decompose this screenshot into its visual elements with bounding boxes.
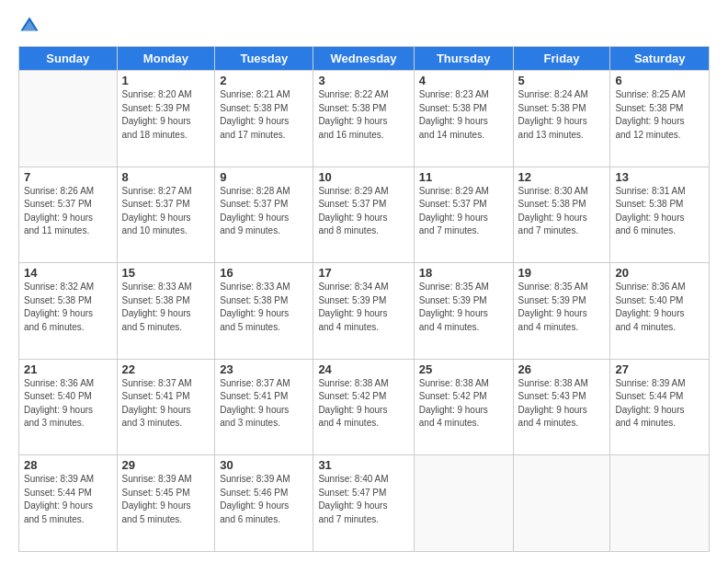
day-number: 1 <box>122 74 210 87</box>
day-info: Sunrise: 8:35 AMSunset: 5:39 PMDaylight:… <box>419 281 508 334</box>
day-info: Sunrise: 8:39 AMSunset: 5:45 PMDaylight:… <box>122 473 210 526</box>
day-number: 18 <box>419 266 508 280</box>
header <box>18 15 710 37</box>
calendar-header-friday: Friday <box>513 47 610 71</box>
day-info: Sunrise: 8:38 AMSunset: 5:42 PMDaylight:… <box>419 377 508 431</box>
day-number: 24 <box>318 362 408 376</box>
calendar-header-monday: Monday <box>117 47 215 71</box>
calendar-cell <box>610 455 710 552</box>
calendar-cell <box>414 455 513 552</box>
calendar-cell <box>513 455 610 552</box>
day-number: 29 <box>122 458 210 472</box>
day-number: 21 <box>24 362 112 376</box>
day-number: 3 <box>318 74 408 87</box>
calendar-cell: 4Sunrise: 8:23 AMSunset: 5:38 PMDaylight… <box>414 71 513 167</box>
day-info: Sunrise: 8:22 AMSunset: 5:38 PMDaylight:… <box>318 88 408 142</box>
calendar-cell: 10Sunrise: 8:29 AMSunset: 5:37 PMDayligh… <box>313 167 414 263</box>
calendar-cell: 24Sunrise: 8:38 AMSunset: 5:42 PMDayligh… <box>313 359 414 455</box>
day-info: Sunrise: 8:28 AMSunset: 5:37 PMDaylight:… <box>220 185 308 238</box>
day-number: 13 <box>615 170 704 184</box>
calendar-cell: 11Sunrise: 8:29 AMSunset: 5:37 PMDayligh… <box>414 167 513 263</box>
day-number: 17 <box>318 266 408 280</box>
calendar-week-2: 7Sunrise: 8:26 AMSunset: 5:37 PMDaylight… <box>19 167 710 263</box>
day-info: Sunrise: 8:24 AMSunset: 5:38 PMDaylight:… <box>518 88 606 142</box>
day-info: Sunrise: 8:34 AMSunset: 5:39 PMDaylight:… <box>318 281 408 334</box>
calendar-cell: 13Sunrise: 8:31 AMSunset: 5:38 PMDayligh… <box>610 167 710 263</box>
calendar-cell: 2Sunrise: 8:21 AMSunset: 5:38 PMDaylight… <box>215 71 313 167</box>
calendar-cell: 7Sunrise: 8:26 AMSunset: 5:37 PMDaylight… <box>19 167 118 263</box>
day-info: Sunrise: 8:33 AMSunset: 5:38 PMDaylight:… <box>122 281 210 334</box>
calendar-cell: 20Sunrise: 8:36 AMSunset: 5:40 PMDayligh… <box>610 263 710 360</box>
calendar-cell: 8Sunrise: 8:27 AMSunset: 5:37 PMDaylight… <box>117 167 215 263</box>
calendar-cell: 30Sunrise: 8:39 AMSunset: 5:46 PMDayligh… <box>215 455 313 552</box>
day-number: 4 <box>419 74 508 87</box>
calendar-cell: 12Sunrise: 8:30 AMSunset: 5:38 PMDayligh… <box>513 167 610 263</box>
calendar-cell: 15Sunrise: 8:33 AMSunset: 5:38 PMDayligh… <box>117 263 215 360</box>
day-info: Sunrise: 8:32 AMSunset: 5:38 PMDaylight:… <box>24 281 112 334</box>
day-info: Sunrise: 8:35 AMSunset: 5:39 PMDaylight:… <box>518 281 606 334</box>
day-number: 16 <box>220 266 308 280</box>
calendar-cell: 5Sunrise: 8:24 AMSunset: 5:38 PMDaylight… <box>513 71 610 167</box>
day-number: 30 <box>220 458 308 472</box>
calendar: SundayMondayTuesdayWednesdayThursdayFrid… <box>18 46 710 552</box>
calendar-header-sunday: Sunday <box>19 47 118 71</box>
day-number: 15 <box>122 266 210 280</box>
calendar-cell: 18Sunrise: 8:35 AMSunset: 5:39 PMDayligh… <box>414 263 513 360</box>
day-number: 31 <box>318 458 408 472</box>
day-info: Sunrise: 8:39 AMSunset: 5:44 PMDaylight:… <box>24 473 112 526</box>
calendar-header-tuesday: Tuesday <box>215 47 313 71</box>
day-info: Sunrise: 8:36 AMSunset: 5:40 PMDaylight:… <box>24 377 112 431</box>
day-number: 23 <box>220 362 308 376</box>
day-number: 25 <box>419 362 508 376</box>
day-info: Sunrise: 8:39 AMSunset: 5:44 PMDaylight:… <box>615 377 704 431</box>
calendar-week-5: 28Sunrise: 8:39 AMSunset: 5:44 PMDayligh… <box>19 455 710 552</box>
calendar-cell: 28Sunrise: 8:39 AMSunset: 5:44 PMDayligh… <box>19 455 118 552</box>
calendar-header-saturday: Saturday <box>610 47 710 71</box>
calendar-header-thursday: Thursday <box>414 47 513 71</box>
day-number: 27 <box>615 362 704 376</box>
calendar-cell: 17Sunrise: 8:34 AMSunset: 5:39 PMDayligh… <box>313 263 414 360</box>
calendar-cell: 23Sunrise: 8:37 AMSunset: 5:41 PMDayligh… <box>215 359 313 455</box>
calendar-cell: 19Sunrise: 8:35 AMSunset: 5:39 PMDayligh… <box>513 263 610 360</box>
calendar-week-4: 21Sunrise: 8:36 AMSunset: 5:40 PMDayligh… <box>19 359 710 455</box>
day-number: 11 <box>419 170 508 184</box>
day-number: 12 <box>518 170 606 184</box>
day-info: Sunrise: 8:31 AMSunset: 5:38 PMDaylight:… <box>615 185 704 238</box>
day-info: Sunrise: 8:30 AMSunset: 5:38 PMDaylight:… <box>518 185 606 238</box>
day-number: 20 <box>615 266 704 280</box>
page: SundayMondayTuesdayWednesdayThursdayFrid… <box>0 0 728 563</box>
day-info: Sunrise: 8:20 AMSunset: 5:39 PMDaylight:… <box>122 88 210 142</box>
calendar-header-wednesday: Wednesday <box>313 47 414 71</box>
logo <box>18 15 42 37</box>
day-info: Sunrise: 8:25 AMSunset: 5:38 PMDaylight:… <box>615 88 704 142</box>
day-info: Sunrise: 8:38 AMSunset: 5:42 PMDaylight:… <box>318 377 408 431</box>
calendar-header-row: SundayMondayTuesdayWednesdayThursdayFrid… <box>19 47 710 71</box>
calendar-cell <box>19 71 118 167</box>
day-info: Sunrise: 8:29 AMSunset: 5:37 PMDaylight:… <box>419 185 508 238</box>
day-info: Sunrise: 8:37 AMSunset: 5:41 PMDaylight:… <box>122 377 210 431</box>
calendar-cell: 31Sunrise: 8:40 AMSunset: 5:47 PMDayligh… <box>313 455 414 552</box>
calendar-cell: 9Sunrise: 8:28 AMSunset: 5:37 PMDaylight… <box>215 167 313 263</box>
day-info: Sunrise: 8:40 AMSunset: 5:47 PMDaylight:… <box>318 473 408 526</box>
calendar-cell: 22Sunrise: 8:37 AMSunset: 5:41 PMDayligh… <box>117 359 215 455</box>
day-info: Sunrise: 8:29 AMSunset: 5:37 PMDaylight:… <box>318 185 408 238</box>
day-number: 9 <box>220 170 308 184</box>
day-info: Sunrise: 8:23 AMSunset: 5:38 PMDaylight:… <box>419 88 508 142</box>
calendar-cell: 21Sunrise: 8:36 AMSunset: 5:40 PMDayligh… <box>19 359 118 455</box>
day-info: Sunrise: 8:27 AMSunset: 5:37 PMDaylight:… <box>122 185 210 238</box>
day-number: 10 <box>318 170 408 184</box>
day-number: 8 <box>122 170 210 184</box>
day-number: 26 <box>518 362 606 376</box>
calendar-cell: 3Sunrise: 8:22 AMSunset: 5:38 PMDaylight… <box>313 71 414 167</box>
day-number: 28 <box>24 458 112 472</box>
day-info: Sunrise: 8:37 AMSunset: 5:41 PMDaylight:… <box>220 377 308 431</box>
day-info: Sunrise: 8:26 AMSunset: 5:37 PMDaylight:… <box>24 185 112 238</box>
day-number: 14 <box>24 266 112 280</box>
day-number: 5 <box>518 74 606 87</box>
calendar-cell: 29Sunrise: 8:39 AMSunset: 5:45 PMDayligh… <box>117 455 215 552</box>
calendar-cell: 14Sunrise: 8:32 AMSunset: 5:38 PMDayligh… <box>19 263 118 360</box>
calendar-cell: 1Sunrise: 8:20 AMSunset: 5:39 PMDaylight… <box>117 71 215 167</box>
logo-icon <box>18 15 40 37</box>
calendar-week-3: 14Sunrise: 8:32 AMSunset: 5:38 PMDayligh… <box>19 263 710 360</box>
day-number: 7 <box>24 170 112 184</box>
